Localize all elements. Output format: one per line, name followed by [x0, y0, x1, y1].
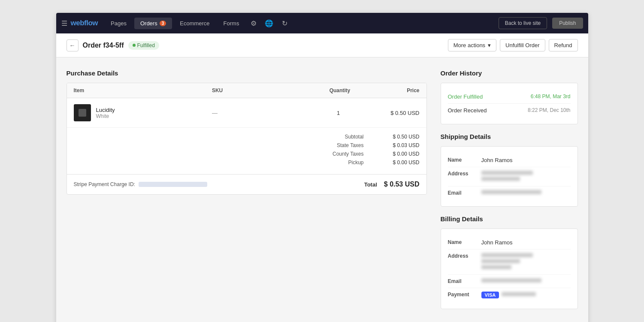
order-history-title: Order History [441, 69, 578, 77]
total-value: $ 0.53 USD [384, 181, 420, 188]
pickup-value: $ 0.00 USD [381, 159, 420, 166]
billing-name-label: Name [448, 239, 478, 245]
billing-details-title: Billing Details [441, 215, 578, 223]
billing-payment-label: Payment [448, 292, 478, 298]
order-history-section: Order Fulfilled 6:48 PM, Mar 3rd Order R… [441, 83, 578, 124]
subtotal-label: Subtotal [321, 134, 364, 140]
totals-section: Subtotal $ 0.50 USD State Taxes $ 0.03 U… [67, 128, 426, 175]
billing-payment-value: VISA [481, 292, 571, 298]
back-to-live-site-button[interactable]: Back to live site [499, 17, 547, 29]
chevron-down-icon: ▾ [488, 42, 491, 48]
main-content: Purchase Details Item SKU Quantity Price [56, 57, 588, 322]
billing-name-value: John Ramos [481, 239, 571, 246]
billing-address-line2-blurred [481, 259, 520, 263]
address-line2-blurred [481, 177, 520, 181]
right-panel: Order History Order Fulfilled 6:48 PM, M… [441, 69, 578, 318]
orders-badge: 3 [160, 21, 166, 26]
unfulfill-order-button[interactable]: Unfulfill Order [500, 39, 545, 51]
publish-button[interactable]: Publish [552, 18, 583, 29]
table-row: Lucidity White — 1 $ 0.50 USD [67, 98, 426, 128]
payment-number-blurred [502, 292, 536, 296]
stripe-id-value [139, 182, 207, 187]
stripe-label: Stripe Payment Charge ID: [74, 181, 135, 187]
refresh-icon[interactable]: ↻ [278, 16, 291, 30]
purchase-details-title: Purchase Details [67, 69, 427, 77]
billing-email-blurred [481, 278, 541, 283]
billing-address-line1-blurred [481, 253, 533, 257]
county-taxes-value: $ 0.00 USD [381, 151, 420, 157]
pages-tab[interactable]: Pages [105, 18, 133, 29]
refund-button[interactable]: Refund [549, 39, 578, 51]
history-item-fulfilled: Order Fulfilled 6:48 PM, Mar 3rd [448, 90, 571, 104]
sku-header: SKU [212, 87, 281, 93]
fulfilled-time: 6:48 PM, Mar 3rd [531, 93, 571, 99]
item-info: Lucidity White [96, 107, 115, 119]
top-navigation: ☰ webflow Pages Orders 3 Ecommerce Forms… [56, 13, 588, 33]
item-thumb-inner [79, 109, 86, 117]
state-taxes-label: State Taxes [321, 142, 364, 148]
orders-tab[interactable]: Orders 3 [134, 18, 172, 29]
settings-icon[interactable]: ⚙ [247, 16, 260, 30]
forms-tab[interactable]: Forms [218, 18, 245, 29]
status-badge: Fulfilled [128, 41, 159, 50]
shipping-email-blurred [481, 190, 541, 194]
price-cell: $ 0.50 USD [350, 110, 419, 116]
shipping-details-card: Name John Ramos Address Email [441, 146, 578, 207]
address-line1-blurred [481, 171, 533, 175]
shipping-address-value [481, 171, 571, 183]
item-name: Lucidity [96, 107, 115, 113]
purchase-table: Item SKU Quantity Price Lucidity [67, 83, 427, 195]
shipping-email-row: Email [448, 187, 571, 199]
pickup-row: Pickup $ 0.00 USD [74, 159, 420, 166]
shipping-details-title: Shipping Details [441, 133, 578, 140]
shipping-name-row: Name John Ramos [448, 153, 571, 167]
globe-icon[interactable]: 🌐 [262, 16, 276, 30]
hamburger-icon[interactable]: ☰ [61, 19, 67, 27]
billing-payment-row: Payment VISA [448, 288, 571, 302]
item-variant: White [96, 113, 115, 119]
subtotal-value: $ 0.50 USD [381, 134, 420, 140]
back-button[interactable]: ← [67, 39, 79, 51]
subheader-actions: More actions ▾ Unfulfill Order Refund [448, 39, 578, 51]
billing-address-line3-blurred [481, 265, 511, 269]
state-taxes-row: State Taxes $ 0.03 USD [74, 142, 420, 148]
history-item-received: Order Received 8:22 PM, Dec 10th [448, 104, 571, 117]
quantity-header: Quantity [281, 87, 350, 93]
shipping-address-row: Address [448, 167, 571, 187]
shipping-email-label: Email [448, 190, 478, 196]
subtotal-row: Subtotal $ 0.50 USD [74, 134, 420, 140]
state-taxes-value: $ 0.03 USD [381, 142, 420, 148]
billing-email-row: Email [448, 275, 571, 288]
shipping-address-label: Address [448, 171, 478, 177]
order-title: Order f34-5ff [83, 42, 124, 49]
billing-address-row: Address [448, 250, 571, 275]
item-header: Item [74, 87, 212, 93]
price-header: Price [350, 87, 419, 93]
stripe-section: Stripe Payment Charge ID: [74, 181, 207, 187]
total-row: Total $ 0.53 USD [364, 181, 420, 188]
billing-address-value [481, 253, 571, 271]
billing-email-label: Email [448, 278, 478, 284]
quantity-cell: 1 [281, 110, 350, 116]
county-taxes-row: County Taxes $ 0.00 USD [74, 151, 420, 157]
visa-badge: VISA [481, 292, 499, 298]
brand-logo: webflow [71, 19, 98, 27]
fulfilled-event: Order Fulfilled [448, 93, 483, 100]
subheader: ← Order f34-5ff Fulfilled More actions ▾… [56, 33, 588, 57]
ecommerce-tab[interactable]: Ecommerce [174, 18, 215, 29]
item-cell: Lucidity White [74, 104, 212, 121]
table-header: Item SKU Quantity Price [67, 83, 426, 98]
county-taxes-label: County Taxes [321, 151, 364, 157]
item-thumbnail [74, 104, 91, 121]
pickup-label: Pickup [321, 159, 364, 166]
billing-details-card: Name John Ramos Address Email [441, 229, 578, 309]
more-actions-button[interactable]: More actions ▾ [448, 39, 496, 51]
billing-name-row: Name John Ramos [448, 236, 571, 250]
received-time: 8:22 PM, Dec 10th [528, 107, 570, 113]
status-dot [133, 44, 136, 47]
left-panel: Purchase Details Item SKU Quantity Price [67, 69, 427, 318]
shipping-name-value: John Ramos [481, 157, 571, 163]
shipping-name-label: Name [448, 157, 478, 163]
stripe-total-row: Stripe Payment Charge ID: Total $ 0.53 U… [67, 175, 426, 194]
billing-address-label: Address [448, 253, 478, 259]
